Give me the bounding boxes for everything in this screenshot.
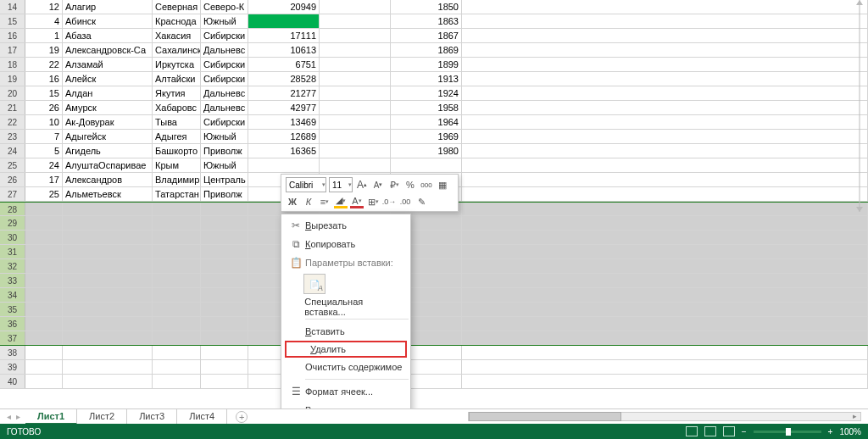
row-header[interactable]: 40 — [0, 375, 25, 388]
format-painter-button[interactable]: ✎ — [415, 195, 428, 208]
cell[interactable]: 16365 — [248, 144, 320, 158]
row-header[interactable]: 19 — [0, 72, 25, 86]
cell[interactable]: Александров — [63, 173, 153, 186]
row-header[interactable]: 22 — [0, 115, 25, 129]
tab-nav-next[interactable]: ▸ — [16, 412, 20, 421]
cell[interactable]: 26 — [25, 101, 63, 114]
cell[interactable]: Башкорто — [153, 144, 201, 158]
ctx-delete[interactable]: Удалить — [285, 341, 407, 358]
cell[interactable]: Якутия — [153, 86, 201, 100]
table-row-selected[interactable]: 29 — [0, 216, 868, 231]
cell[interactable]: Дальневс — [201, 101, 248, 114]
cell[interactable] — [320, 58, 391, 71]
cell[interactable] — [248, 158, 320, 172]
cell[interactable]: 17111 — [248, 29, 320, 42]
cell[interactable]: 6751 — [248, 58, 320, 71]
cell[interactable] — [462, 43, 868, 57]
cell[interactable] — [320, 115, 391, 129]
table-row[interactable]: 20 15 Алдан Якутия Дальневс 21277 1924 — [0, 86, 868, 101]
cell[interactable]: 1924 — [391, 86, 462, 100]
cell[interactable] — [462, 144, 868, 158]
cell[interactable]: Южный — [201, 158, 248, 172]
percent-button[interactable]: % — [403, 178, 417, 192]
font-name-select[interactable]: Calibri▾ — [286, 177, 326, 192]
cell[interactable]: Владимир — [153, 173, 201, 186]
cell[interactable]: 25 — [25, 187, 63, 201]
cell[interactable]: Хакасия — [153, 29, 201, 42]
cell[interactable] — [320, 158, 391, 172]
row-header[interactable]: 15 — [0, 14, 25, 28]
cell[interactable]: Сибирски — [201, 72, 248, 86]
cell[interactable]: Хабаровс — [153, 101, 201, 114]
cell[interactable]: Приволж — [201, 144, 248, 158]
cell[interactable] — [320, 130, 391, 143]
cell[interactable]: АлуштаОспаривае — [63, 158, 153, 172]
cell[interactable]: 10613 — [248, 43, 320, 57]
ctx-clear[interactable]: Очистить содержимое — [281, 358, 410, 376]
view-layout-button[interactable] — [704, 426, 716, 436]
table-row[interactable]: 22 10 Ак-Довурак Тыва Сибирски 13469 196… — [0, 115, 868, 130]
tab-nav-first[interactable]: ◂ — [7, 412, 11, 421]
row-header[interactable]: 36 — [0, 317, 25, 331]
cell[interactable]: Алагир — [63, 0, 153, 14]
cell[interactable]: Сибирски — [201, 29, 248, 42]
row-header[interactable]: 27 — [0, 187, 25, 201]
cell[interactable] — [320, 86, 391, 100]
row-header[interactable]: 23 — [0, 130, 25, 143]
row-header[interactable]: 24 — [0, 144, 25, 158]
row-header[interactable]: 38 — [0, 346, 25, 359]
row-header[interactable]: 14 — [0, 0, 25, 14]
row-header[interactable]: 32 — [0, 259, 25, 273]
sheet-tab[interactable]: Лист4 — [177, 409, 227, 425]
cell[interactable]: 12 — [25, 0, 63, 14]
cell[interactable]: Ак-Довурак — [63, 115, 153, 129]
cell[interactable]: 42977 — [248, 101, 320, 114]
merge-button[interactable]: ▦ — [436, 178, 449, 192]
sheet-tab[interactable]: Лист1 — [25, 409, 77, 425]
cell[interactable]: 12689 — [248, 130, 320, 143]
cell[interactable]: Абинск — [63, 14, 153, 28]
ctx-insert[interactable]: Вставить — [281, 322, 410, 341]
ctx-copy[interactable]: ⧉Копировать — [281, 235, 410, 253]
paste-option-values[interactable]: 📄A — [303, 274, 326, 294]
currency-button[interactable]: ₽▾ — [387, 178, 401, 192]
cell[interactable]: Централь — [201, 173, 248, 186]
cell[interactable]: 19 — [25, 43, 63, 57]
ctx-paste-special[interactable]: Специальная вставка... — [281, 297, 410, 316]
cell[interactable]: 22 — [25, 58, 63, 71]
sheet-tab[interactable]: Лист2 — [77, 409, 127, 425]
row-header[interactable]: 29 — [0, 216, 25, 230]
cell[interactable]: 13469 — [248, 115, 320, 129]
cell[interactable]: 20949 — [248, 0, 320, 14]
table-row-selected[interactable]: 33 — [0, 274, 868, 288]
cell[interactable] — [320, 72, 391, 86]
table-row-selected[interactable]: 37 — [0, 331, 868, 346]
view-break-button[interactable] — [723, 426, 735, 436]
cell[interactable]: Абаза — [63, 29, 153, 42]
cell[interactable] — [320, 29, 391, 42]
cell[interactable]: Алдан — [63, 86, 153, 100]
table-row[interactable]: 15 4 Абинск Краснода Южный 1863 — [0, 14, 868, 29]
table-row-selected[interactable]: 34 — [0, 288, 868, 303]
row-header[interactable]: 20 — [0, 86, 25, 100]
row-header[interactable]: 33 — [0, 274, 25, 287]
row-header[interactable]: 21 — [0, 101, 25, 114]
cell[interactable]: Адыгейск — [63, 130, 153, 143]
cell[interactable] — [462, 173, 868, 186]
cell[interactable]: Сахалинск — [153, 43, 201, 57]
scroll-thumb[interactable] — [469, 412, 621, 421]
table-row[interactable]: 40 — [0, 375, 868, 389]
borders-button[interactable]: ⊞▾ — [366, 195, 380, 208]
cell[interactable]: 1969 — [391, 130, 462, 143]
cell[interactable]: 1867 — [391, 29, 462, 42]
cell[interactable] — [462, 86, 868, 100]
table-row[interactable]: 23 7 Адыгейск Адыгея Южный 12689 1969 — [0, 130, 868, 144]
cell[interactable]: 5 — [25, 144, 63, 158]
cell[interactable]: Дальневс — [201, 43, 248, 57]
cell[interactable]: Амурск — [63, 101, 153, 114]
cell[interactable]: 15 — [25, 86, 63, 100]
row-header[interactable]: 37 — [0, 331, 25, 345]
cell[interactable]: Татарстан — [153, 187, 201, 201]
cell[interactable] — [320, 144, 391, 158]
ctx-cut[interactable]: ✂Вырезать — [281, 216, 410, 235]
